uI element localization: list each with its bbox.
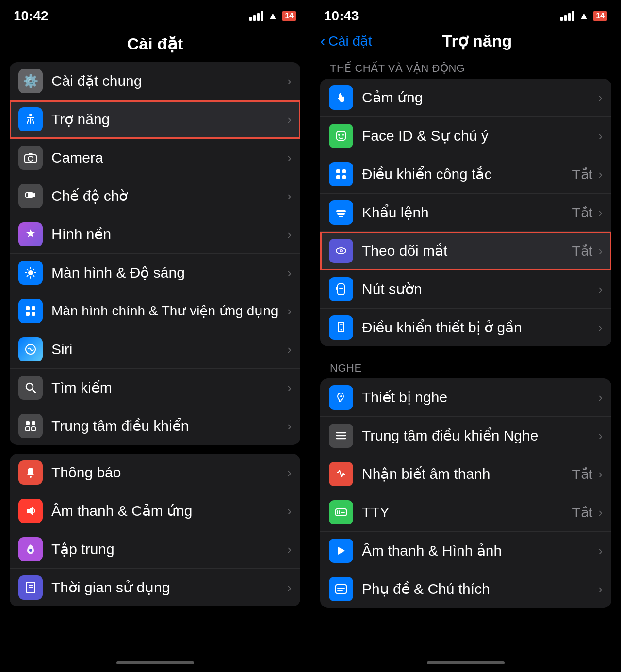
settings-item-trung-tam[interactable]: Trung tâm điều khiển › (10, 407, 300, 445)
settings-item-trung-tam-nghe[interactable]: Trung tâm điều khiển Nghe › (320, 417, 611, 455)
chevron-icon: › (287, 304, 292, 319)
faceid-icon (329, 124, 353, 148)
nut-suon-label: Nút sườn (362, 280, 596, 298)
svg-marker-52 (338, 547, 345, 555)
svg-point-2 (28, 156, 33, 161)
chevron-icon: › (598, 390, 603, 405)
side-button-icon (329, 277, 353, 301)
settings-item-thiet-bi-gan[interactable]: Điều khiển thiết bị ở gần › (320, 309, 611, 346)
svg-point-26 (338, 134, 340, 136)
thiet-bi-gan-label: Điều khiển thiết bị ở gần (362, 319, 596, 336)
cai-dat-chung-label: Cài đặt chung (51, 72, 285, 90)
settings-item-hinh-nen[interactable]: Hình nền › (10, 215, 300, 254)
settings-item-nhan-biet[interactable]: Nhận biết âm thanh Tắt › (320, 455, 611, 493)
svg-rect-30 (336, 175, 340, 179)
chevron-icon: › (287, 265, 292, 280)
settings-group-2: Thông báo › Âm thanh & Cảm ứng › Tập tru… (10, 454, 300, 606)
tty-value: Tắt (572, 505, 592, 521)
left-scroll-content: ⚙️ Cài đặt chung › Trợ năng › Camera › (0, 62, 310, 657)
tty-icon (329, 500, 353, 524)
chevron-icon: › (598, 505, 603, 520)
subtitle-icon (329, 577, 353, 601)
back-button[interactable]: ‹ Cài đặt (320, 32, 372, 50)
svg-rect-31 (342, 175, 346, 179)
khau-lenh-label: Khẩu lệnh (362, 204, 572, 221)
settings-item-phu-de[interactable]: Phụ đề & Chú thích › (320, 570, 611, 608)
signal-icon (560, 11, 574, 21)
right-panel: 10:43 ▲ 14 ‹ Cài đặt Trợ năng THỂ CHẤT V… (310, 0, 621, 672)
cam-ung-label: Cảm ứng (362, 89, 596, 106)
chevron-icon: › (598, 467, 603, 482)
chevron-icon: › (287, 74, 292, 89)
section2-group: Thiết bị nghe › Trung tâm điều khiển Ngh… (320, 378, 611, 608)
audio-visual-icon (329, 539, 353, 563)
svg-rect-9 (26, 312, 30, 316)
svg-rect-7 (26, 306, 30, 310)
left-status-bar: 10:42 ▲ 14 (0, 0, 310, 29)
settings-item-khau-lenh[interactable]: Khẩu lệnh Tắt › (320, 194, 611, 232)
settings-item-dieu-khien-cong-tac[interactable]: Điều khiển công tắc Tắt › (320, 155, 611, 194)
wallpaper-icon (18, 222, 43, 246)
svg-point-20 (29, 549, 32, 552)
svg-marker-19 (27, 507, 33, 515)
chevron-icon: › (598, 129, 603, 144)
face-id-label: Face ID & Sự chú ý (362, 127, 596, 145)
settings-item-face-id[interactable]: Face ID & Sự chú ý › (320, 117, 611, 155)
settings-item-cam-ung[interactable]: Cảm ứng › (320, 79, 611, 117)
camera-label: Camera (51, 149, 285, 166)
settings-item-am-thanh[interactable]: Âm thanh & Cảm ứng › (10, 492, 300, 530)
settings-item-cai-dat-chung[interactable]: ⚙️ Cài đặt chung › (10, 62, 300, 100)
tro-nang-label: Trợ năng (51, 111, 285, 128)
chevron-icon: › (287, 465, 292, 480)
svg-line-13 (32, 389, 35, 393)
settings-item-camera[interactable]: Camera › (10, 139, 300, 177)
svg-rect-16 (26, 427, 30, 431)
trung-tam-label: Trung tâm điều khiển (51, 417, 285, 435)
settings-item-man-hinh[interactable]: Màn hình & Độ sáng › (10, 254, 300, 292)
theo-doi-mat-value: Tắt (572, 243, 592, 259)
settings-item-thoi-gian[interactable]: Thời gian sử dụng › (10, 569, 300, 606)
settings-item-man-hinh-chinh[interactable]: Màn hình chính & Thư viện ứng dụng › (10, 292, 300, 330)
chevron-icon: › (287, 580, 292, 595)
settings-item-am-thanh-hinh-anh[interactable]: Âm thanh & Hình ảnh › (320, 532, 611, 570)
settings-item-tap-trung[interactable]: Tập trung › (10, 530, 300, 569)
settings-item-tro-nang[interactable]: Trợ năng › (10, 100, 300, 139)
wifi-icon: ▲ (267, 10, 278, 22)
back-label[interactable]: Cài đặt (328, 33, 372, 49)
sound-icon (18, 499, 43, 523)
settings-item-theo-doi-mat[interactable]: Theo dõi mắt Tắt › (320, 232, 611, 270)
left-status-icons: ▲ 14 (249, 10, 296, 22)
cong-tac-label: Điều khiển công tắc (362, 165, 572, 183)
nav-bar: ‹ Cài đặt Trợ năng (310, 29, 621, 55)
signal-icon (249, 11, 263, 21)
chevron-icon: › (287, 189, 292, 204)
gear-icon: ⚙️ (18, 69, 43, 93)
home-indicator (0, 657, 310, 672)
settings-item-thiet-bi-nghe[interactable]: Thiết bị nghe › (320, 378, 611, 417)
screentime-icon (18, 575, 43, 600)
settings-item-siri[interactable]: Siri › (10, 330, 300, 369)
thoi-gian-label: Thời gian sử dụng (51, 579, 285, 596)
settings-item-che-do-cho[interactable]: Chế độ chờ › (10, 177, 300, 215)
touch-icon (329, 85, 353, 110)
control-center-icon (18, 414, 43, 438)
right-status-icons: ▲ 14 (560, 10, 607, 22)
svg-rect-17 (32, 427, 35, 431)
settings-item-thong-bao[interactable]: Thông báo › (10, 454, 300, 492)
back-chevron-icon: ‹ (320, 32, 326, 50)
svg-rect-34 (339, 216, 343, 217)
right-home-indicator (310, 657, 621, 672)
camera-icon (18, 146, 43, 170)
siri-icon (18, 337, 43, 361)
settings-item-nut-suon[interactable]: Nút sườn › (320, 270, 611, 309)
chevron-icon: › (598, 543, 603, 558)
svg-rect-32 (336, 210, 346, 212)
settings-item-tty[interactable]: TTY Tắt › (320, 493, 611, 532)
phu-de-label: Phụ đề & Chú thích (362, 580, 596, 598)
tty-label: TTY (362, 504, 572, 521)
chevron-icon: › (287, 542, 292, 557)
battery-indicator: 14 (282, 11, 296, 21)
sound-recognition-icon (329, 462, 353, 486)
settings-item-tim-kiem[interactable]: Tìm kiếm › (10, 369, 300, 407)
switch-control-icon (329, 162, 353, 186)
